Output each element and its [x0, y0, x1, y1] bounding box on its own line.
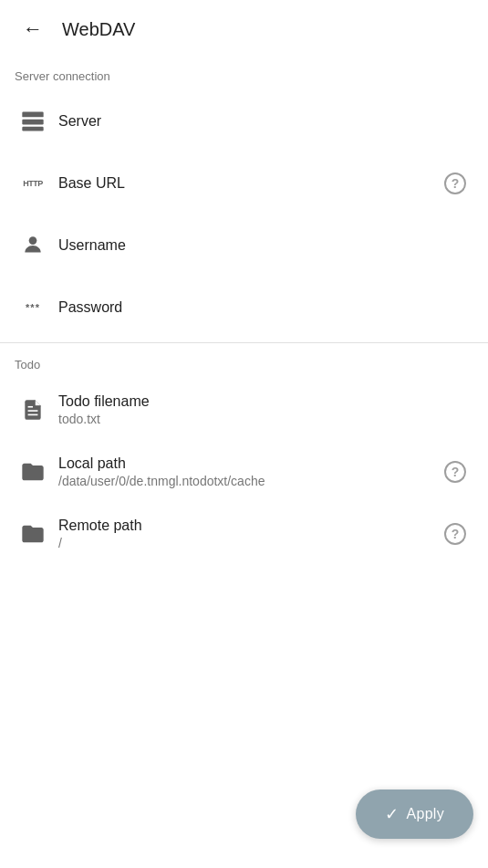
server-item[interactable]: Server: [0, 90, 488, 152]
file-icon: [15, 392, 51, 428]
apply-check-icon: ✓: [385, 804, 399, 824]
page-title: WebDAV: [62, 19, 135, 40]
remote-path-help-icon: ?: [444, 523, 466, 545]
todo-filename-item[interactable]: Todo filename todo.txt: [0, 379, 488, 441]
back-arrow-icon: ←: [23, 17, 43, 41]
base-url-item[interactable]: HTTP Base URL ?: [0, 152, 488, 214]
todo-filename-item-title: Todo filename: [58, 393, 473, 410]
local-path-item-content: Local path /data/user/0/de.tnmgl.ntodotx…: [58, 455, 437, 488]
server-icon: [15, 103, 51, 140]
server-connection-section: Server connection Server HTTP Base URL ?: [0, 58, 488, 339]
local-path-folder-icon: [15, 454, 51, 490]
username-item[interactable]: Username: [0, 214, 488, 277]
local-path-item-title: Local path: [58, 455, 437, 472]
remote-path-item-content: Remote path /: [58, 518, 437, 550]
local-path-help-icon: ?: [444, 461, 466, 483]
remote-path-item-subtitle: /: [58, 536, 437, 550]
header: ← WebDAV: [0, 0, 488, 58]
apply-button[interactable]: ✓ Apply: [356, 790, 473, 839]
server-connection-label: Server connection: [0, 58, 488, 90]
person-icon: [15, 227, 51, 264]
todo-filename-item-subtitle: todo.txt: [58, 412, 473, 426]
todo-filename-item-content: Todo filename todo.txt: [58, 393, 473, 426]
local-path-item-subtitle: /data/user/0/de.tnmgl.ntodotxt/cache: [58, 474, 437, 488]
todo-section-label: Todo: [0, 347, 488, 379]
password-item-title: Password: [58, 299, 473, 316]
server-item-content: Server: [58, 113, 473, 130]
password-icon: ***: [15, 289, 51, 326]
server-item-title: Server: [58, 113, 473, 130]
todo-section: Todo Todo filename todo.txt Local path /…: [0, 347, 488, 565]
back-button[interactable]: ←: [15, 11, 51, 47]
remote-path-item-title: Remote path: [58, 518, 437, 534]
username-item-title: Username: [58, 237, 473, 254]
section-divider: [0, 342, 488, 343]
remote-path-item[interactable]: Remote path / ?: [0, 503, 488, 565]
svg-point-3: [29, 236, 37, 245]
remote-path-help-button[interactable]: ?: [437, 516, 473, 552]
remote-path-folder-icon: [15, 516, 51, 552]
http-icon: HTTP: [15, 165, 51, 202]
help-circle-icon: ?: [444, 173, 466, 194]
svg-rect-1: [22, 120, 43, 125]
password-item-content: Password: [58, 299, 473, 316]
base-url-item-title: Base URL: [58, 175, 437, 192]
svg-rect-0: [22, 112, 43, 118]
password-item[interactable]: *** Password: [0, 277, 488, 339]
local-path-help-button[interactable]: ?: [437, 454, 473, 490]
base-url-help-button[interactable]: ?: [437, 165, 473, 202]
username-item-content: Username: [58, 237, 473, 254]
local-path-item[interactable]: Local path /data/user/0/de.tnmgl.ntodotx…: [0, 441, 488, 503]
apply-button-label: Apply: [406, 806, 444, 822]
svg-rect-2: [22, 127, 43, 131]
base-url-item-content: Base URL: [58, 175, 437, 192]
